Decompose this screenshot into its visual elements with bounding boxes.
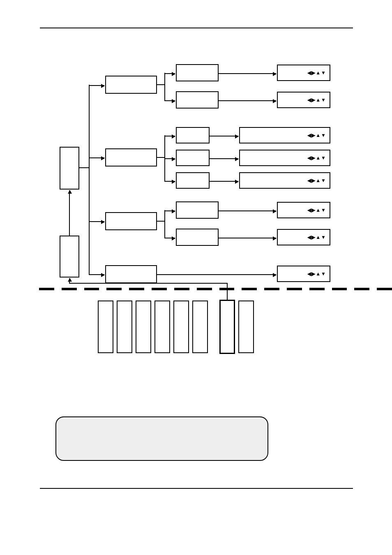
- nav-glyphs: ◀▶▲▼: [307, 70, 326, 76]
- opt-3b: ◀▶▲▼: [277, 229, 330, 245]
- sub-1a: [176, 64, 219, 81]
- nav-glyphs: ◀▶▲▼: [307, 97, 326, 103]
- cat-2: [105, 148, 157, 166]
- nav-glyphs: ◀▶▲▼: [307, 178, 326, 183]
- opt-2b: ◀▶▲▼: [239, 150, 330, 166]
- nav-glyphs: ◀▶▲▼: [307, 271, 326, 277]
- slot-7-active: [219, 300, 235, 354]
- nav-glyphs: ◀▶▲▼: [307, 155, 326, 161]
- sub-3a: [176, 201, 219, 219]
- sub-2b: [176, 150, 210, 166]
- opt-1a: ◀▶▲▼: [277, 65, 330, 81]
- opt-4: ◀▶▲▼: [277, 266, 330, 282]
- slot-3: [136, 301, 151, 353]
- slot-6: [192, 301, 208, 353]
- cat-1: [105, 76, 157, 94]
- slot-8: [238, 301, 254, 353]
- opt-1b: ◀▶▲▼: [277, 92, 330, 108]
- cat-4: [105, 265, 157, 283]
- sub-2a: [176, 127, 210, 143]
- root-box: [60, 236, 79, 278]
- opt-3a: ◀▶▲▼: [277, 202, 330, 218]
- slot-5: [173, 301, 189, 353]
- nav-glyphs: ◀▶▲▼: [307, 132, 326, 138]
- sub-2c: [176, 172, 210, 189]
- slot-2: [117, 301, 132, 353]
- slot-1: [98, 301, 113, 353]
- sub-3b: [176, 229, 219, 246]
- cat-3: [105, 212, 157, 230]
- note-box: [55, 416, 268, 461]
- sub-1b: [176, 91, 219, 109]
- nav-glyphs: ◀▶▲▼: [307, 207, 326, 213]
- nav-glyphs: ◀▶▲▼: [307, 234, 326, 240]
- opt-2a: ◀▶▲▼: [239, 127, 330, 143]
- opt-2c: ◀▶▲▼: [239, 172, 330, 189]
- dashed-divider: [39, 288, 392, 290]
- menu-box: [60, 147, 79, 190]
- slot-4: [154, 301, 170, 353]
